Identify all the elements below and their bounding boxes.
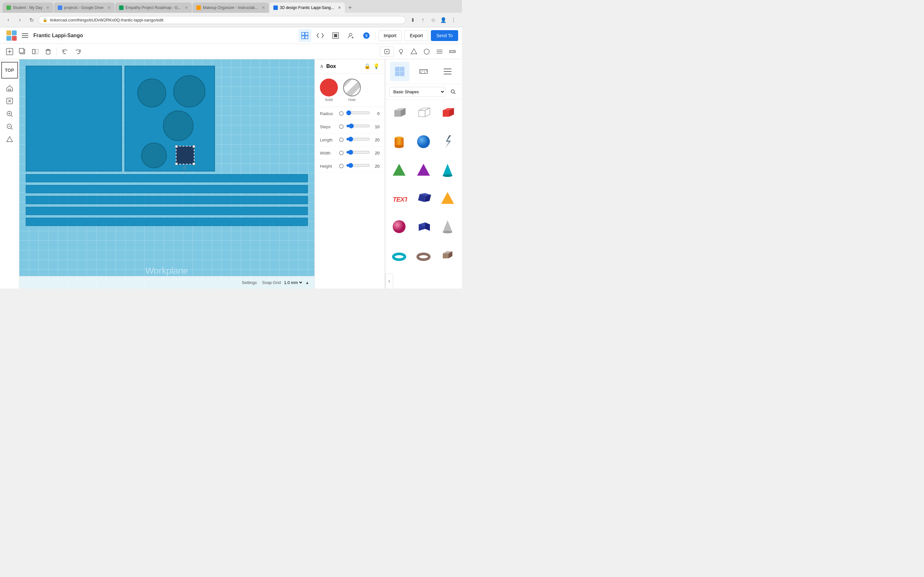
shape-box-red[interactable] (436, 102, 459, 125)
handle-tr[interactable] (192, 145, 195, 148)
circle-1[interactable] (137, 79, 166, 107)
import-button[interactable]: Import (378, 30, 402, 41)
reload-button[interactable]: ↻ (27, 15, 36, 24)
bar-1[interactable] (26, 174, 308, 182)
zoom-fit-button[interactable] (4, 95, 15, 107)
sendto-button[interactable]: Send To (431, 30, 458, 41)
rect-topleft[interactable] (26, 66, 122, 171)
tab-makeup[interactable]: Makeup Organizer - Instructab... ✕ (192, 3, 269, 13)
redo-button[interactable] (72, 46, 84, 57)
radius-radio[interactable] (339, 111, 344, 116)
shape-pyramid-yellow[interactable] (436, 187, 459, 210)
forward-button[interactable]: › (15, 15, 24, 24)
shape-box-gray[interactable] (388, 102, 410, 125)
shapes-category-select[interactable]: Basic Shapes (389, 87, 445, 97)
add-user-button[interactable] (344, 29, 357, 42)
ruler-button[interactable] (447, 46, 458, 57)
packages-button[interactable] (329, 29, 342, 42)
solid-option[interactable]: Solid (320, 79, 338, 102)
url-bar[interactable]: 🔒 tinkercad.com/things/bUDvW2RKo0Q-frant… (39, 16, 405, 24)
width-radio[interactable] (339, 151, 344, 155)
shape-cylinder-orange[interactable] (388, 131, 410, 153)
handle-br[interactable] (192, 163, 195, 165)
new-object-button[interactable] (4, 46, 15, 57)
shape-text-3d[interactable]: TEXT (388, 187, 410, 210)
length-slider[interactable] (346, 137, 370, 142)
tab-close-2[interactable]: ✕ (107, 5, 111, 10)
note-button[interactable] (380, 47, 394, 57)
tinkercad-logo[interactable] (4, 28, 19, 43)
zoom-out-button[interactable] (4, 121, 15, 132)
duplicate-button[interactable] (17, 46, 28, 57)
rotate-handle[interactable]: ↺ (183, 165, 188, 170)
shapes-toggle-button[interactable] (4, 134, 15, 145)
view-label[interactable]: TOP (1, 62, 18, 79)
bulb-button[interactable] (395, 46, 407, 57)
undo-button[interactable] (59, 46, 71, 57)
bulb-prop-icon[interactable]: 💡 (373, 63, 380, 69)
lock-prop-icon[interactable]: 🔒 (364, 63, 371, 69)
profile-button[interactable]: 👤 (439, 15, 448, 24)
delete-button[interactable] (42, 46, 54, 57)
zoom-in-button[interactable] (4, 108, 15, 119)
circle-button[interactable] (421, 46, 433, 57)
steps-radio[interactable] (339, 124, 344, 129)
height-radio[interactable] (339, 164, 344, 168)
shape-torus-brown[interactable] (412, 244, 435, 266)
align-button[interactable] (434, 46, 445, 57)
steps-slider[interactable] (346, 123, 370, 129)
length-radio[interactable] (339, 137, 344, 142)
canvas-area[interactable]: ↺ Workplane Settings Snap Grid 1.0 mm 0.… (19, 59, 314, 288)
export-button[interactable]: Export (404, 30, 428, 41)
home-button[interactable] (4, 82, 15, 94)
tab-close-1[interactable]: ✕ (46, 5, 49, 10)
shape-cone-gray[interactable] (436, 215, 459, 238)
circle-2[interactable] (173, 75, 205, 107)
shape-torus-teal[interactable] (388, 244, 410, 266)
tab-empathy[interactable]: Empathy Project Roadmap - G... ✕ (115, 3, 192, 13)
shape-sphere-magenta[interactable] (388, 215, 410, 238)
snap-grid-select[interactable]: 1.0 mm 0.5 mm 0.1 mm 2.0 mm (283, 280, 303, 285)
code-view-button[interactable] (314, 29, 326, 42)
shapes-list-view[interactable] (438, 62, 457, 81)
share-button[interactable]: ↑ (418, 15, 427, 24)
bar-4[interactable] (26, 207, 308, 215)
width-slider[interactable] (346, 150, 370, 155)
tab-tinkercad[interactable]: 3D design Frantic Lappi-Sang... ✕ (270, 3, 345, 13)
hole-option[interactable]: Hole (343, 79, 361, 102)
radius-slider[interactable] (346, 110, 370, 115)
tab-student[interactable]: Student : My Day ✕ (3, 3, 53, 13)
back-button[interactable]: ‹ (4, 15, 13, 24)
hole-color-circle[interactable] (343, 79, 361, 97)
search-button[interactable] (448, 87, 458, 97)
panel-expand-button[interactable]: › (385, 274, 393, 288)
shape-sphere-blue[interactable] (412, 131, 435, 153)
download-button[interactable]: ⬇ (408, 15, 417, 24)
bar-2[interactable] (26, 185, 308, 193)
tab-close-4[interactable]: ✕ (262, 5, 265, 10)
hamburger-menu[interactable] (19, 30, 31, 41)
grid-view-button[interactable] (298, 29, 311, 42)
shape-button[interactable] (408, 46, 420, 57)
tab-drive[interactable]: projects - Google Drive ✕ (54, 3, 115, 13)
tab-close-5[interactable]: ✕ (338, 5, 341, 10)
solid-color-circle[interactable] (320, 79, 338, 97)
circle-3[interactable] (163, 111, 194, 141)
shapes-grid-view[interactable] (390, 62, 409, 81)
selected-box[interactable]: ↺ (176, 146, 194, 164)
shapes-ruler-view[interactable] (414, 62, 433, 81)
mirror-button[interactable] (29, 46, 41, 57)
tab-close-3[interactable]: ✕ (185, 5, 188, 10)
shape-pyramid-purple[interactable] (412, 159, 435, 181)
new-tab-button[interactable]: + (346, 3, 355, 12)
shape-cone-teal[interactable] (436, 159, 459, 181)
circle-4[interactable] (141, 143, 167, 168)
panel-collapse-button[interactable]: ∧ (320, 63, 324, 69)
bar-5[interactable] (26, 218, 308, 226)
settings-button[interactable]: Settings (242, 280, 257, 285)
shape-lightning[interactable] (436, 131, 459, 153)
shape-box-outline[interactable] (412, 102, 435, 125)
extensions-button[interactable]: ⋮ (449, 15, 458, 24)
height-slider[interactable] (346, 163, 370, 168)
account-button[interactable]: S (360, 29, 373, 42)
